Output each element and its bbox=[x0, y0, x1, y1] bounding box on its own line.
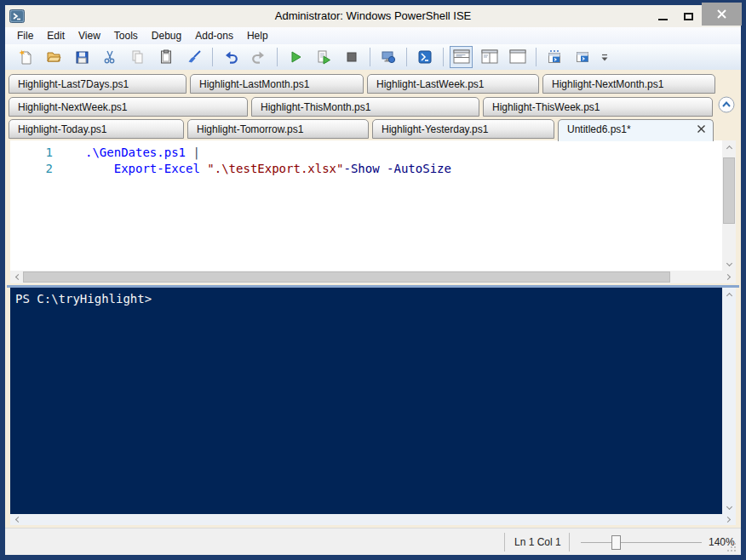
collapse-tab-list-button[interactable] bbox=[718, 96, 735, 113]
code-line-2: 2 Export-Excel ".\testExport.xlsx"-Show … bbox=[10, 161, 722, 177]
menu-file[interactable]: File bbox=[10, 27, 40, 44]
scroll-left-arrow[interactable] bbox=[10, 271, 24, 283]
tab-highlight-tomorrow[interactable]: Highlight-Tomorrow.ps1 bbox=[187, 119, 369, 139]
script-editor-pane[interactable]: 1 .\GenDates.ps1 | 2 Export-Excel ".\tes… bbox=[10, 140, 736, 283]
console-vertical-scrollbar[interactable] bbox=[722, 288, 736, 514]
clear-console-pane-button[interactable] bbox=[182, 46, 205, 68]
menu-view[interactable]: View bbox=[72, 27, 107, 44]
cut-scissors-icon bbox=[102, 49, 118, 65]
tab-highlight-last7days[interactable]: Highlight-Last7Days.ps1 bbox=[9, 74, 186, 94]
resize-grip-icon[interactable] bbox=[726, 541, 737, 552]
toolbar-overflow-button[interactable] bbox=[599, 48, 611, 66]
script-pane-window-button-1[interactable] bbox=[542, 46, 565, 68]
title-bar[interactable]: Administrator: Windows PowerShell ISE bbox=[5, 5, 741, 27]
stop-operation-button[interactable] bbox=[340, 46, 363, 68]
close-button[interactable] bbox=[702, 3, 742, 26]
tab-highlight-lastmonth[interactable]: Highlight-LastMonth.ps1 bbox=[190, 74, 364, 94]
code-token: Export-Excel bbox=[114, 162, 200, 175]
open-folder-icon bbox=[46, 49, 61, 65]
chevron-up-circle-icon bbox=[718, 96, 735, 113]
tab-highlight-yesterday[interactable]: Highlight-Yesterday.ps1 bbox=[372, 119, 554, 139]
new-script-button[interactable] bbox=[14, 46, 37, 68]
script-editor-content[interactable]: 1 .\GenDates.ps1 | 2 Export-Excel ".\tes… bbox=[10, 140, 722, 271]
tab-highlight-thisweek[interactable]: Highlight-ThisWeek.ps1 bbox=[483, 97, 713, 117]
copy-button[interactable] bbox=[126, 46, 149, 68]
code-token: -Show bbox=[343, 162, 379, 175]
minimize-button[interactable] bbox=[652, 5, 673, 27]
active-tab-label: Untitled6.ps1* bbox=[567, 123, 631, 135]
chevron-right-icon bbox=[725, 274, 731, 280]
menu-add-ons[interactable]: Add-ons bbox=[188, 27, 240, 44]
cursor-position-label: Ln 1 Col 1 bbox=[514, 536, 561, 548]
tab-close-button[interactable] bbox=[697, 124, 706, 136]
scroll-left-arrow[interactable] bbox=[10, 514, 24, 525]
editor-hscroll-thumb[interactable] bbox=[23, 271, 670, 283]
menu-edit[interactable]: Edit bbox=[40, 27, 72, 44]
run-script-button[interactable] bbox=[284, 46, 307, 68]
editor-vertical-scrollbar[interactable] bbox=[722, 140, 736, 271]
console-prompt: PS C:\tryHighlight> bbox=[15, 292, 152, 306]
cut-button[interactable] bbox=[98, 46, 121, 68]
pane-splitter[interactable] bbox=[7, 285, 739, 288]
scroll-up-arrow[interactable] bbox=[722, 140, 736, 153]
toolbar bbox=[5, 44, 741, 70]
layout-split-top-icon bbox=[453, 49, 470, 65]
editor-horizontal-scrollbar[interactable] bbox=[10, 271, 736, 283]
console-pane: PS C:\tryHighlight> bbox=[10, 288, 736, 525]
tab-row-1: Highlight-Last7Days.ps1 Highlight-LastMo… bbox=[9, 74, 715, 94]
chevron-left-icon bbox=[15, 517, 21, 523]
toolbar-separator bbox=[277, 48, 278, 66]
tab-highlight-today[interactable]: Highlight-Today.ps1 bbox=[9, 119, 184, 139]
console-output[interactable]: PS C:\tryHighlight> bbox=[10, 288, 722, 514]
editor-vscroll-thumb[interactable] bbox=[723, 157, 735, 224]
script-pane-window-button-2[interactable] bbox=[571, 46, 594, 68]
code-token: ".\testExport.xlsx" bbox=[207, 162, 343, 175]
tab-highlight-nextweek[interactable]: Highlight-NextWeek.ps1 bbox=[9, 97, 248, 117]
remote-computer-icon bbox=[381, 49, 396, 65]
maximize-icon bbox=[684, 13, 693, 20]
run-play-icon bbox=[288, 49, 303, 65]
scroll-right-arrow[interactable] bbox=[722, 271, 736, 283]
scroll-down-arrow[interactable] bbox=[722, 501, 736, 514]
start-powershell-exe-button[interactable] bbox=[413, 46, 436, 68]
new-script-icon bbox=[18, 49, 33, 65]
toolbar-separator bbox=[406, 48, 407, 66]
toolbar-separator bbox=[443, 48, 444, 66]
close-icon bbox=[716, 9, 727, 19]
zoom-slider-thumb[interactable] bbox=[611, 535, 621, 550]
run-selection-button[interactable] bbox=[312, 46, 335, 68]
undo-button[interactable] bbox=[219, 46, 242, 68]
redo-button[interactable] bbox=[247, 46, 270, 68]
powershell-ise-window: Administrator: Windows PowerShell ISE Fi… bbox=[0, 0, 746, 560]
scroll-down-arrow[interactable] bbox=[722, 258, 736, 271]
tab-highlight-nextmonth[interactable]: Highlight-NextMonth.ps1 bbox=[542, 74, 715, 94]
show-script-pane-maximized-button[interactable] bbox=[506, 46, 529, 68]
minimize-icon bbox=[658, 19, 668, 20]
scroll-right-arrow[interactable] bbox=[722, 514, 736, 525]
line-number: 1 bbox=[10, 145, 53, 161]
statusbar-separator bbox=[504, 533, 505, 551]
show-script-pane-right-button[interactable] bbox=[478, 46, 501, 68]
menu-debug[interactable]: Debug bbox=[145, 27, 188, 44]
paste-button[interactable] bbox=[154, 46, 177, 68]
tab-highlight-thismonth[interactable]: Highlight-ThisMonth.ps1 bbox=[251, 97, 479, 117]
zoom-slider-track[interactable] bbox=[581, 542, 702, 543]
console-horizontal-scrollbar[interactable] bbox=[10, 514, 736, 525]
save-script-button[interactable] bbox=[70, 46, 93, 68]
tab-row-2: Highlight-NextWeek.ps1 Highlight-ThisMon… bbox=[9, 97, 713, 117]
open-script-button[interactable] bbox=[42, 46, 65, 68]
maximize-button[interactable] bbox=[678, 5, 698, 27]
new-remote-powershell-tab-button[interactable] bbox=[376, 46, 399, 68]
show-script-pane-top-button[interactable] bbox=[450, 46, 473, 68]
layout-maximized-icon bbox=[509, 49, 526, 65]
scroll-up-arrow[interactable] bbox=[722, 288, 736, 300]
tab-highlight-lastweek[interactable]: Highlight-LastWeek.ps1 bbox=[367, 74, 539, 94]
stop-icon bbox=[344, 49, 359, 65]
window-title: Administrator: Windows PowerShell ISE bbox=[5, 9, 741, 22]
chevron-left-icon bbox=[15, 274, 21, 280]
statusbar-separator bbox=[569, 533, 570, 551]
menu-tools[interactable]: Tools bbox=[107, 27, 145, 44]
tab-untitled6-active[interactable]: Untitled6.ps1* bbox=[558, 119, 714, 141]
menu-help[interactable]: Help bbox=[240, 27, 275, 44]
chevron-right-icon bbox=[725, 517, 731, 523]
